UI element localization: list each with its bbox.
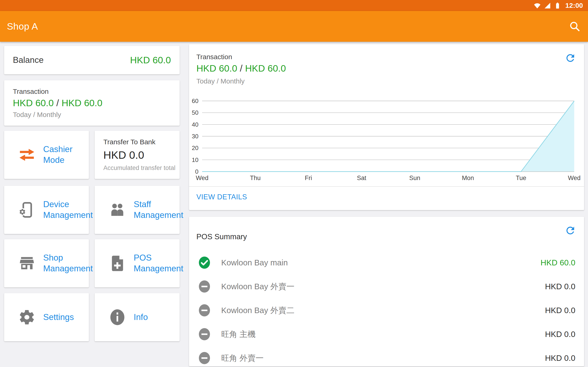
svg-text:Sun: Sun xyxy=(409,175,420,181)
pos-summary-card: POS Summary Kowloon Bay main HKD 60.0 xyxy=(189,217,584,366)
pos-amount: HKD 0.0 xyxy=(545,353,575,363)
svg-text:Fri: Fri xyxy=(305,175,312,181)
svg-text:Wed: Wed xyxy=(196,175,208,181)
pos-summary-title: POS Summary xyxy=(196,232,247,241)
info-icon xyxy=(108,308,126,326)
svg-text:0: 0 xyxy=(195,168,199,175)
pos-row: Kowloon Bay 外賣二 HKD 0.0 xyxy=(189,298,584,322)
amount-separator: / xyxy=(54,98,61,108)
balance-amount: HKD 60.0 xyxy=(130,55,171,66)
svg-text:40: 40 xyxy=(192,121,199,128)
refresh-icon[interactable] xyxy=(564,225,576,236)
tile-label: Settings xyxy=(43,312,74,323)
chart-today-amount: HKD 60.0 xyxy=(196,63,237,74)
minus-circle-icon xyxy=(198,304,211,317)
minus-circle-icon xyxy=(198,327,211,341)
device-icon xyxy=(18,201,36,219)
gear-icon xyxy=(18,308,36,326)
balance-label: Balance xyxy=(13,55,44,65)
minus-circle-icon xyxy=(198,351,211,365)
pos-name: Kowloon Bay main xyxy=(221,258,288,267)
transfer-amount: HKD 0.0 xyxy=(103,149,144,161)
tile-label: Staff Management xyxy=(134,199,183,220)
pos-name: Kowloon Bay 外賣二 xyxy=(221,305,294,316)
balance-card: Balance HKD 60.0 xyxy=(4,46,180,74)
svg-text:Mon: Mon xyxy=(462,175,474,181)
settings-tile[interactable]: Settings xyxy=(4,293,89,341)
storefront-icon xyxy=(18,254,36,272)
transfer-title: Transfer To Bank xyxy=(103,138,156,146)
amount-separator: / xyxy=(237,63,245,74)
transaction-area-chart: 0102030405060WedThuFriSatSunMonTueWed xyxy=(189,97,584,189)
transfer-arrows-icon xyxy=(18,147,36,162)
search-icon[interactable] xyxy=(568,19,582,33)
cellular-signal-icon xyxy=(544,2,551,9)
chart-card-amounts: HKD 60.0 / HKD 60.0 xyxy=(196,63,286,74)
svg-text:Tue: Tue xyxy=(516,175,527,181)
document-plus-icon xyxy=(108,254,126,272)
chart-card-caption: Today / Monthly xyxy=(196,77,245,85)
svg-text:20: 20 xyxy=(192,144,199,151)
transaction-title: Transaction xyxy=(13,88,171,95)
pos-row: 旺角 主機 HKD 0.0 xyxy=(189,322,584,346)
pos-row: 旺角 外賣一 HKD 0.0 xyxy=(189,346,584,367)
refresh-icon[interactable] xyxy=(564,52,576,64)
staff-icon xyxy=(108,201,126,219)
pos-row: Kowloon Bay main HKD 60.0 xyxy=(189,251,584,275)
transfer-caption: Accumulated transfer total xyxy=(103,165,175,172)
pos-amount: HKD 0.0 xyxy=(545,330,575,339)
staff-management-tile[interactable]: Staff Management xyxy=(95,186,180,234)
page-title: Shop A xyxy=(7,21,38,32)
chart-card-title: Transaction xyxy=(196,53,232,61)
svg-text:Wed: Wed xyxy=(568,175,580,181)
pos-management-tile[interactable]: POS Management xyxy=(95,239,180,287)
pos-row: Kowloon Bay 外賣一 HKD 0.0 xyxy=(189,275,584,298)
tile-label: POS Management xyxy=(134,252,183,274)
divider xyxy=(189,186,584,187)
info-tile[interactable]: Info xyxy=(95,293,180,341)
transaction-amounts: HKD 60.0 / HKD 60.0 xyxy=(13,98,171,108)
view-details-link[interactable]: VIEW DETAILS xyxy=(196,193,247,201)
transfer-to-bank-tile[interactable]: Transfer To Bank HKD 0.0 Accumulated tra… xyxy=(95,131,180,179)
tile-label: Device Management xyxy=(43,199,93,220)
check-circle-icon xyxy=(198,256,211,269)
transaction-monthly-amount: HKD 60.0 xyxy=(61,98,103,108)
pos-amount: HKD 60.0 xyxy=(540,258,575,267)
tile-label: Info xyxy=(134,312,148,323)
pos-name: 旺角 外賣一 xyxy=(221,353,264,364)
svg-text:60: 60 xyxy=(192,98,199,104)
chart-monthly-amount: HKD 60.0 xyxy=(245,63,286,74)
transaction-chart-card: Transaction HKD 60.0 / HKD 60.0 Today / … xyxy=(189,44,584,210)
svg-text:Sat: Sat xyxy=(357,175,366,181)
pos-name: Kowloon Bay 外賣一 xyxy=(221,281,294,292)
svg-text:30: 30 xyxy=(192,133,199,140)
device-management-tile[interactable]: Device Management xyxy=(4,186,89,234)
svg-text:50: 50 xyxy=(192,109,199,116)
pos-list: Kowloon Bay main HKD 60.0 Kowloon Bay 外賣… xyxy=(189,251,584,367)
pos-name: 旺角 主機 xyxy=(221,329,256,340)
shop-management-tile[interactable]: Shop Management xyxy=(4,239,89,287)
app-bar: Shop A xyxy=(0,11,588,42)
battery-icon xyxy=(554,2,561,9)
cashier-mode-tile[interactable]: Cashier Mode xyxy=(4,131,89,179)
status-bar: 12:00 xyxy=(0,0,588,11)
wifi-icon xyxy=(534,2,541,9)
status-time: 12:00 xyxy=(565,2,583,9)
svg-text:Thu: Thu xyxy=(250,175,261,181)
pos-amount: HKD 0.0 xyxy=(545,282,575,291)
minus-circle-icon xyxy=(198,280,211,293)
pos-amount: HKD 0.0 xyxy=(545,306,575,315)
svg-text:10: 10 xyxy=(192,156,199,163)
shop-dashboard-screen: 12:00 Shop A Balance HKD 60.0 Transactio… xyxy=(0,0,588,367)
transaction-today-amount: HKD 60.0 xyxy=(13,98,54,108)
transaction-caption: Today / Monthly xyxy=(13,111,171,119)
tile-label: Cashier Mode xyxy=(43,144,73,165)
tile-label: Shop Management xyxy=(43,252,93,274)
transaction-summary-card: Transaction HKD 60.0 / HKD 60.0 Today / … xyxy=(4,80,180,126)
